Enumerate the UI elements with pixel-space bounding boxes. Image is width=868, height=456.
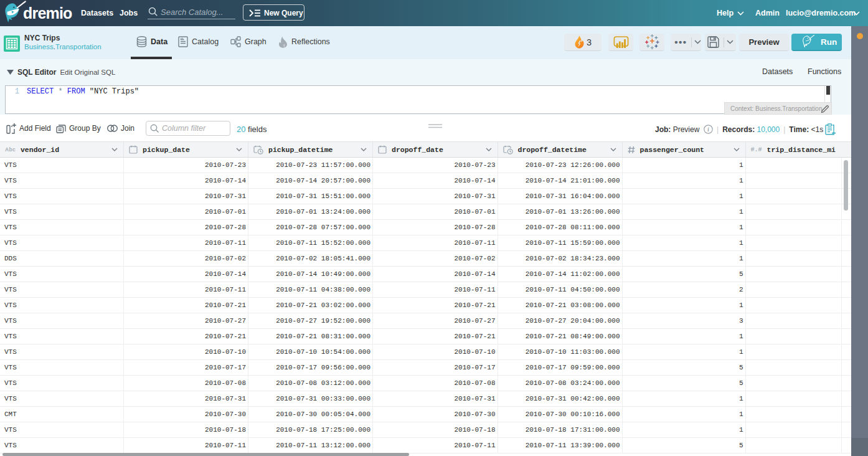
svg-text:i: i bbox=[707, 126, 709, 133]
